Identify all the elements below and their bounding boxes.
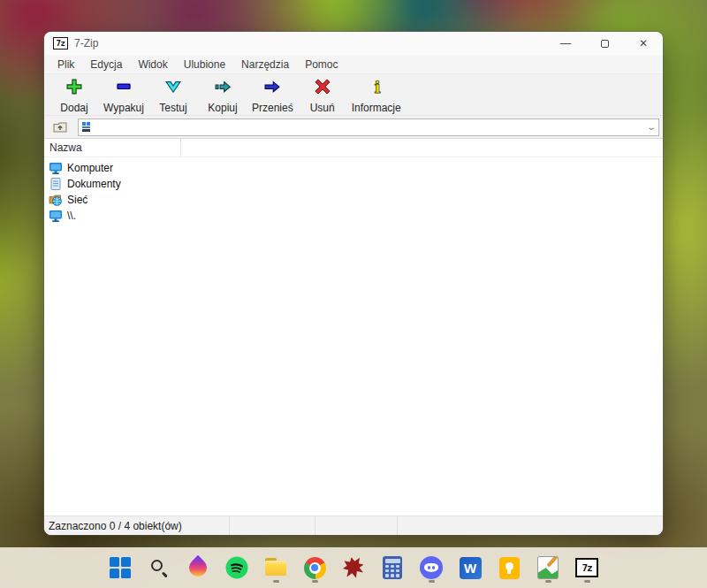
image-editor-icon: [537, 556, 559, 579]
taskbar-start-button[interactable]: [108, 552, 133, 584]
taskbar-calculator-button[interactable]: [380, 552, 405, 584]
menu-ulubione[interactable]: Ulubione: [176, 56, 233, 73]
red-splat-icon: [341, 555, 366, 580]
list-item-siec[interactable]: Sieć: [44, 192, 663, 208]
test-button[interactable]: Testuj: [148, 78, 198, 113]
menu-pomoc[interactable]: Pomoc: [297, 56, 346, 73]
list-item-komputer[interactable]: Komputer: [44, 160, 663, 176]
menu-narzedzia[interactable]: Narzędzia: [233, 56, 297, 73]
info-button[interactable]: i Informacje: [347, 78, 406, 113]
menu-bar: Plik Edycja Widok Ulubione Narzędzia Pom…: [44, 55, 663, 74]
file-explorer-icon: [264, 558, 287, 577]
add-button[interactable]: Dodaj: [49, 78, 99, 113]
7zip-icon: 7z: [575, 558, 598, 577]
address-combobox[interactable]: ⌄: [78, 118, 659, 136]
calculator-icon: [383, 556, 402, 579]
minimize-icon: —: [560, 37, 571, 50]
maximize-icon: [601, 40, 609, 48]
maximize-button[interactable]: [585, 32, 624, 55]
delete-button[interactable]: Usuń: [298, 78, 347, 113]
computer-monitor-icon: [49, 161, 63, 175]
list-item-label: Komputer: [67, 162, 113, 174]
list-item-label: Dokumenty: [67, 178, 121, 190]
taskbar-7zip-button[interactable]: 7z: [574, 552, 599, 584]
list-item-label: Sieć: [67, 194, 87, 206]
up-one-level-button[interactable]: [49, 118, 72, 136]
list-item-label: \\.: [67, 210, 76, 222]
discord-icon: [420, 556, 443, 579]
documents-icon: [49, 177, 63, 191]
windows-start-icon: [110, 557, 131, 578]
minimize-button[interactable]: —: [546, 32, 585, 55]
list-item-unc-root[interactable]: \\.: [44, 208, 663, 224]
extract-minus-icon: [112, 78, 135, 95]
delete-x-icon: [311, 78, 334, 95]
taskbar-spotify-button[interactable]: [224, 552, 249, 584]
taskbar-red-splat-button[interactable]: [341, 552, 366, 584]
taskbar-image-editor-button[interactable]: [536, 552, 560, 584]
info-i-icon: i: [365, 78, 388, 95]
running-indicator: [312, 580, 318, 583]
word-icon: W: [460, 557, 482, 579]
move-arrow-icon: [261, 78, 284, 95]
spotify-icon: [225, 556, 248, 579]
network-icon: [49, 193, 63, 207]
status-segment-3: [315, 516, 398, 535]
address-row: ⌄: [44, 116, 663, 138]
chrome-icon: [304, 557, 326, 579]
window-title: 7-Zip: [74, 37, 98, 50]
menu-widok[interactable]: Widok: [130, 56, 175, 73]
running-indicator: [273, 580, 279, 583]
desktop: 7z 7-Zip — ✕ Plik Edycja Widok Ulubione …: [0, 0, 707, 588]
status-selection: Zaznaczono 0 / 4 obiekt(ów): [44, 516, 230, 535]
file-list-panel: Nazwa Komputer: [44, 138, 663, 515]
taskbar-paint-drop-button[interactable]: [186, 552, 210, 584]
search-icon: [149, 558, 169, 577]
taskbar-discord-button[interactable]: [419, 552, 444, 584]
taskbar-chrome-button[interactable]: [302, 552, 327, 584]
menu-plik[interactable]: Plik: [49, 56, 82, 73]
taskbar-word-button[interactable]: W: [458, 552, 483, 584]
paint-drop-icon: [186, 555, 210, 580]
running-indicator: [429, 580, 435, 583]
computer-root-icon: [82, 122, 93, 132]
close-button[interactable]: ✕: [624, 32, 663, 55]
taskbar: W 7z: [0, 547, 707, 588]
column-header-row: Nazwa: [44, 139, 663, 157]
taskbar-google-keep-button[interactable]: [497, 552, 521, 584]
test-check-icon: [162, 78, 185, 95]
7zip-window: 7z 7-Zip — ✕ Plik Edycja Widok Ulubione …: [44, 32, 663, 535]
folder-up-icon: [53, 120, 69, 134]
google-keep-icon: [499, 557, 520, 579]
computer-monitor-icon: [49, 209, 63, 223]
chevron-down-icon[interactable]: ⌄: [646, 122, 657, 132]
column-header-nazwa[interactable]: Nazwa: [44, 139, 181, 157]
menu-edycja[interactable]: Edycja: [82, 56, 130, 73]
extract-button[interactable]: Wypakuj: [99, 78, 148, 113]
taskbar-file-explorer-button[interactable]: [263, 552, 288, 584]
title-bar[interactable]: 7z 7-Zip — ✕: [44, 32, 663, 55]
svg-text:i: i: [374, 78, 380, 95]
close-icon: ✕: [639, 37, 648, 50]
running-indicator: [545, 580, 551, 583]
7zip-app-icon: 7z: [53, 37, 68, 50]
copy-arrow-icon: [211, 78, 234, 95]
list-item-dokumenty[interactable]: Dokumenty: [44, 176, 663, 192]
status-segment-2: [230, 516, 315, 535]
move-button[interactable]: Przenieś: [247, 78, 298, 113]
running-indicator: [584, 580, 590, 583]
taskbar-search-button[interactable]: [147, 552, 171, 584]
copy-button[interactable]: Kopiuj: [198, 78, 247, 113]
status-bar: Zaznaczono 0 / 4 obiekt(ów): [44, 515, 663, 535]
toolbar: Dodaj Wypakuj Testuj Kopiuj: [44, 74, 663, 116]
file-list: Komputer Dokumenty: [44, 157, 663, 224]
add-plus-icon: [63, 78, 86, 95]
